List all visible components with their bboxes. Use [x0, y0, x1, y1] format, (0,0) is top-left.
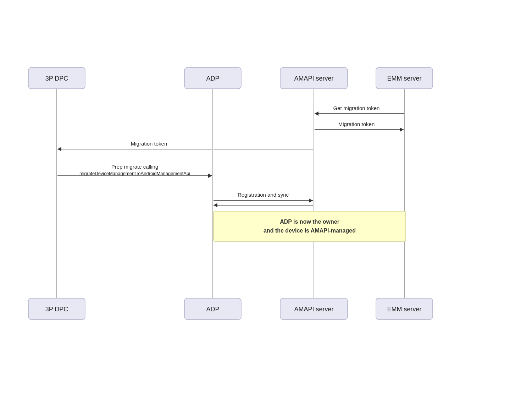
label-migration-token-emm: Migration token [338, 121, 375, 127]
note-line-2: and the device is AMAPI-managed [264, 228, 356, 234]
actor-emm-bottom-label: EMM server [387, 306, 421, 313]
arrowhead-reg-sync-right [309, 198, 313, 203]
sequence-diagram: 3P DPC ADP AMAPI server EMM server Get m… [11, 64, 521, 348]
actor-adp-bottom-label: ADP [206, 306, 219, 313]
label-get-migration-token: Get migration token [333, 105, 380, 111]
arrowhead-prep-migrate [208, 174, 212, 178]
label-migration-token-dpc: Migration token [131, 141, 167, 147]
arrowhead-migration-token-dpc [57, 147, 61, 151]
actor-amapi-bottom-label: AMAPI server [294, 306, 333, 313]
arrowhead-reg-sync-left [214, 203, 217, 207]
arrowhead-migration-token-emm [400, 127, 404, 132]
label-prep-migrate-1: Prep migrate calling [111, 164, 159, 170]
label-prep-migrate-2: migrateDeviceManagementToAndroidManageme… [79, 171, 190, 176]
actor-dpc-top-label: 3P DPC [45, 75, 68, 82]
note-line-1: ADP is now the owner [280, 219, 339, 225]
note-box [214, 211, 406, 241]
arrowhead-get-migration-token [315, 111, 318, 116]
actor-emm-top-label: EMM server [387, 75, 421, 82]
actor-amapi-top-label: AMAPI server [294, 75, 333, 82]
actor-adp-top-label: ADP [206, 75, 219, 82]
label-reg-sync: Registration and sync [238, 192, 289, 198]
actor-dpc-bottom-label: 3P DPC [45, 306, 68, 313]
